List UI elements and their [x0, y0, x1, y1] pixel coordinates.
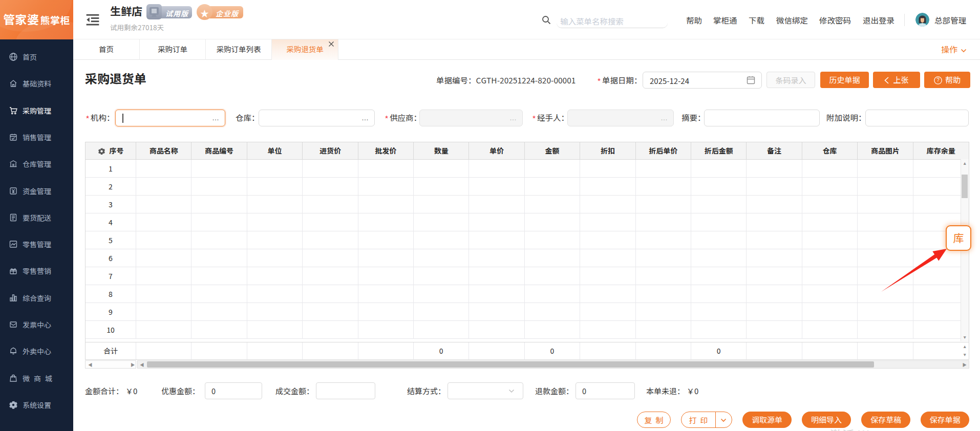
svg-text:?: ?	[936, 76, 940, 83]
